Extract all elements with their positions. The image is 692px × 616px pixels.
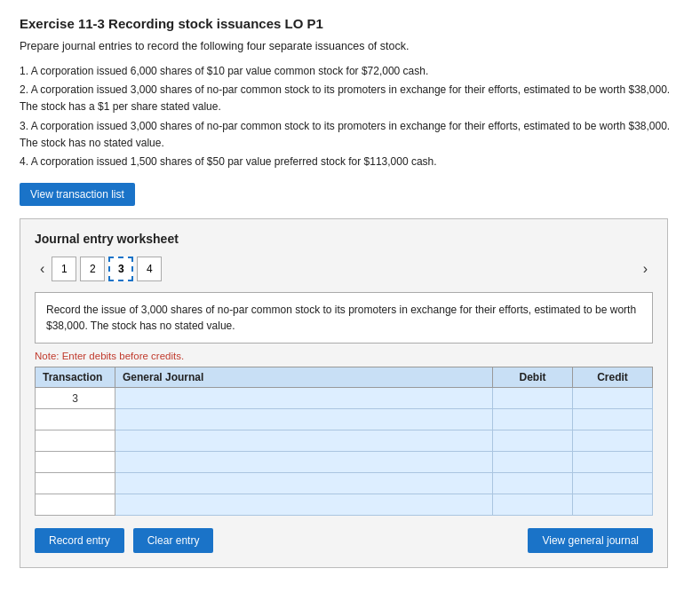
general-journal-input-3[interactable] bbox=[121, 435, 487, 447]
debit-cell-1[interactable] bbox=[493, 388, 573, 409]
table-row bbox=[36, 494, 653, 516]
transaction-cell-2 bbox=[36, 409, 115, 430]
table-row bbox=[36, 452, 653, 473]
debit-input-6[interactable] bbox=[498, 499, 567, 511]
credit-input-1[interactable] bbox=[578, 392, 647, 405]
view-transaction-list-button[interactable]: View transaction list bbox=[20, 183, 135, 206]
general-journal-cell-5[interactable] bbox=[115, 473, 493, 494]
clear-entry-button[interactable]: Clear entry bbox=[133, 528, 214, 553]
tabs-row: ‹ 1 2 3 4 › bbox=[35, 257, 653, 281]
transaction-cell-6 bbox=[36, 494, 115, 516]
debit-input-3[interactable] bbox=[498, 435, 567, 447]
list-item-1: 1. A corporation issued 6,000 shares of … bbox=[20, 63, 672, 80]
journal-table: Transaction General Journal Debit Credit… bbox=[35, 367, 653, 516]
credit-cell-5[interactable] bbox=[573, 473, 653, 494]
debit-input-2[interactable] bbox=[498, 414, 567, 426]
debit-cell-6[interactable] bbox=[493, 494, 573, 516]
debit-cell-3[interactable] bbox=[493, 430, 573, 452]
credit-input-3[interactable] bbox=[578, 435, 647, 447]
worksheet-title: Journal entry worksheet bbox=[35, 232, 653, 246]
debit-input-1[interactable] bbox=[498, 392, 567, 405]
list-item-2: 2. A corporation issued 3,000 shares of … bbox=[20, 82, 672, 115]
view-general-journal-button[interactable]: View general journal bbox=[528, 528, 653, 553]
intro-text: Prepare journal entries to record the fo… bbox=[20, 40, 672, 52]
debit-cell-4[interactable] bbox=[493, 452, 573, 473]
note-text: Note: Enter debits before credits. bbox=[35, 351, 653, 361]
table-row bbox=[36, 409, 653, 430]
list-item-4: 4. A corporation issued 1,500 shares of … bbox=[20, 154, 672, 170]
credit-cell-2[interactable] bbox=[573, 409, 653, 430]
general-journal-cell-1[interactable] bbox=[115, 388, 493, 409]
credit-cell-3[interactable] bbox=[573, 430, 653, 452]
debit-cell-2[interactable] bbox=[493, 409, 573, 430]
journal-entry-worksheet: Journal entry worksheet ‹ 1 2 3 4 › Reco… bbox=[20, 218, 668, 568]
tab-3-active[interactable]: 3 bbox=[108, 257, 133, 281]
col-header-general-journal: General Journal bbox=[115, 367, 493, 388]
table-row bbox=[36, 473, 653, 494]
general-journal-input-5[interactable] bbox=[121, 478, 487, 490]
credit-input-4[interactable] bbox=[578, 456, 647, 469]
transaction-cell-3 bbox=[36, 430, 115, 452]
general-journal-input-4[interactable] bbox=[121, 456, 487, 469]
tab-2[interactable]: 2 bbox=[80, 257, 105, 281]
col-header-transaction: Transaction bbox=[36, 367, 115, 388]
credit-cell-1[interactable] bbox=[573, 388, 653, 409]
debit-input-5[interactable] bbox=[498, 478, 567, 490]
credit-input-2[interactable] bbox=[578, 414, 647, 426]
debit-cell-5[interactable] bbox=[493, 473, 573, 494]
tab-1[interactable]: 1 bbox=[52, 257, 76, 281]
transaction-cell-5 bbox=[36, 473, 115, 494]
credit-cell-6[interactable] bbox=[573, 494, 653, 516]
record-entry-button[interactable]: Record entry bbox=[35, 528, 124, 553]
general-journal-cell-3[interactable] bbox=[115, 430, 493, 452]
list-item-3: 3. A corporation issued 3,000 shares of … bbox=[20, 118, 672, 152]
tab-prev-arrow[interactable]: ‹ bbox=[35, 259, 50, 279]
debit-input-4[interactable] bbox=[498, 456, 567, 469]
col-header-credit: Credit bbox=[573, 367, 653, 388]
col-header-debit: Debit bbox=[493, 367, 573, 388]
transaction-cell-4 bbox=[36, 452, 115, 473]
general-journal-cell-4[interactable] bbox=[115, 452, 493, 473]
numbered-list: 1. A corporation issued 6,000 shares of … bbox=[20, 63, 672, 170]
page-title: Exercise 11-3 Recording stock issuances … bbox=[20, 16, 672, 31]
general-journal-cell-2[interactable] bbox=[115, 409, 493, 430]
credit-cell-4[interactable] bbox=[573, 452, 653, 473]
general-journal-input-6[interactable] bbox=[121, 499, 487, 511]
general-journal-cell-6[interactable] bbox=[115, 494, 493, 516]
footer-buttons: Record entry Clear entry View general jo… bbox=[35, 528, 653, 553]
tab-next-arrow[interactable]: › bbox=[638, 259, 653, 279]
tab-4[interactable]: 4 bbox=[137, 257, 162, 281]
table-row bbox=[36, 430, 653, 452]
instruction-box: Record the issue of 3,000 shares of no-p… bbox=[35, 292, 653, 344]
credit-input-5[interactable] bbox=[578, 478, 647, 490]
credit-input-6[interactable] bbox=[578, 499, 647, 511]
general-journal-input-2[interactable] bbox=[121, 414, 487, 426]
table-row: 3 bbox=[36, 388, 653, 409]
general-journal-input-1[interactable] bbox=[121, 392, 487, 405]
transaction-cell-1: 3 bbox=[36, 388, 115, 409]
